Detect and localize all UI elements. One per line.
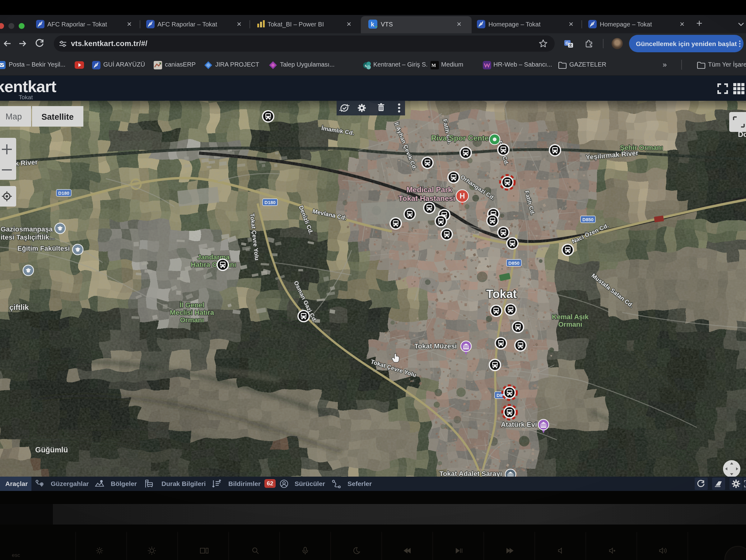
svg-text:D180: D180	[58, 190, 69, 196]
svg-text:Şehir Ormanı: Şehir Ormanı	[620, 144, 663, 151]
svg-text:Hatıra Ormanı: Hatıra Ormanı	[191, 261, 236, 269]
svg-text:esc: esc	[12, 552, 20, 558]
svg-text:Gaziosmanpaşa: Gaziosmanpaşa	[1, 225, 53, 233]
svg-text:Kemal Aşık: Kemal Aşık	[552, 313, 589, 321]
svg-text:Güğümlü: Güğümlü	[35, 446, 68, 454]
svg-text:Meclisi Hatıra: Meclisi Hatıra	[170, 309, 214, 316]
svg-text:Medical Park: Medical Park	[407, 186, 452, 194]
svg-text:H: H	[459, 192, 465, 200]
svg-text:D850: D850	[508, 260, 519, 266]
svg-text:çiftlik: çiftlik	[9, 303, 29, 311]
svg-text:D850: D850	[582, 217, 594, 222]
svg-text:Satellite: Satellite	[41, 112, 74, 122]
svg-text:D180: D180	[264, 200, 276, 205]
svg-text:itesi Taşlıçiftlik...: itesi Taşlıçiftlik...	[1, 233, 55, 241]
svg-text:Tokat Müzesi: Tokat Müzesi	[414, 342, 457, 350]
svg-text:k: k	[371, 21, 375, 28]
svg-text:Tokat Hastanesi: Tokat Hastanesi	[399, 194, 455, 202]
svg-text:s: s	[365, 63, 367, 68]
svg-text:Eğitim Fakültesi: Eğitim Fakültesi	[18, 245, 70, 252]
svg-text:Ormanı: Ormanı	[558, 320, 582, 328]
svg-text:M: M	[431, 63, 436, 68]
svg-text:Atatürk Evi: Atatürk Evi	[501, 421, 537, 428]
svg-text:Tokat Adalet Sarayı: Tokat Adalet Sarayı	[439, 470, 502, 477]
svg-text:İl Genel: İl Genel	[179, 301, 204, 309]
svg-text:Tokat: Tokat	[486, 287, 517, 301]
svg-text:Map: Map	[6, 112, 22, 121]
svg-text:Riva Spor Center: Riva Spor Center	[431, 134, 492, 142]
svg-text:Ormanı: Ormanı	[180, 316, 204, 324]
